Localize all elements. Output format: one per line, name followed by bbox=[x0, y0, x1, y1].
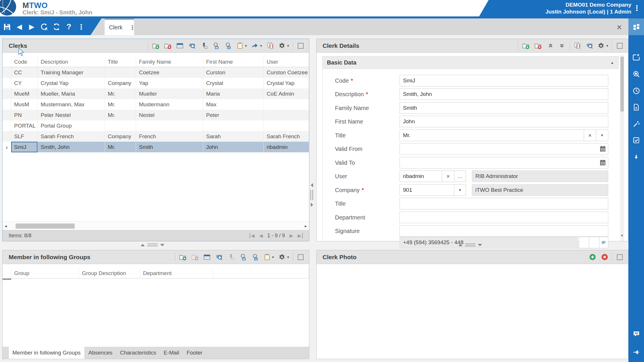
clear-button[interactable]: × bbox=[442, 171, 454, 182]
table-row[interactable]: PNPeter NestelMr.NestelPeter bbox=[3, 110, 309, 120]
maximize-panel-button[interactable] bbox=[295, 41, 307, 51]
prev-page-button[interactable]: ◀ bbox=[259, 233, 263, 238]
dropdown-button[interactable]: ▼ bbox=[454, 185, 466, 196]
row-resize-handle[interactable] bbox=[3, 278, 11, 280]
table-row[interactable]: CYCrystal YapCompanyYapCrystalCrystal Ya… bbox=[3, 78, 309, 88]
copy-format-button[interactable] bbox=[264, 41, 276, 51]
code-input[interactable] bbox=[400, 75, 608, 86]
horizontal-scrollbar[interactable]: ◂ ▸ bbox=[3, 221, 309, 230]
delete-record-button[interactable] bbox=[532, 41, 544, 51]
maximize-panel-button[interactable] bbox=[614, 252, 626, 262]
pin-column-button[interactable] bbox=[198, 41, 210, 51]
grid-view-button[interactable] bbox=[201, 252, 213, 262]
search-icon[interactable] bbox=[628, 66, 644, 82]
collapse-right-icon[interactable] bbox=[311, 203, 313, 207]
scrollbar-thumb[interactable] bbox=[620, 57, 624, 111]
search-preview-button[interactable] bbox=[213, 252, 225, 262]
copy-format-button[interactable] bbox=[571, 41, 583, 51]
apps-grid-icon[interactable] bbox=[628, 18, 644, 35]
tab-menu-icon[interactable]: ⋮ bbox=[126, 24, 139, 31]
splitter-handle[interactable] bbox=[465, 244, 475, 246]
section-collapse-icon[interactable]: ▲ bbox=[610, 60, 618, 65]
new-record-button[interactable] bbox=[150, 41, 162, 51]
valid-from-input[interactable] bbox=[400, 143, 608, 155]
first-name-input[interactable] bbox=[400, 116, 608, 127]
back-button[interactable]: ◀ bbox=[14, 21, 24, 33]
new-record-button[interactable] bbox=[520, 41, 532, 51]
search-preview-button[interactable] bbox=[583, 41, 596, 51]
clear-button[interactable]: × bbox=[584, 130, 596, 141]
tab-clerk[interactable]: Clerk ⋮ bbox=[105, 18, 134, 35]
close-tab-button[interactable]: × bbox=[613, 22, 625, 33]
share-menu-button[interactable]: ▼ bbox=[249, 41, 264, 51]
family-name-input[interactable] bbox=[400, 102, 608, 114]
wizard-wand-icon[interactable] bbox=[628, 116, 644, 132]
settings-menu-button[interactable]: ▼ bbox=[276, 41, 291, 51]
documents-icon[interactable] bbox=[628, 99, 644, 115]
settings-menu-button[interactable]: ▼ bbox=[276, 252, 291, 262]
grid-view-button[interactable] bbox=[174, 41, 186, 51]
splitter-handle[interactable] bbox=[147, 244, 158, 246]
tab-characteristics[interactable]: Characteristics bbox=[116, 347, 160, 359]
title2-input[interactable] bbox=[400, 198, 608, 209]
forward-button[interactable]: ▶ bbox=[27, 21, 37, 33]
favorites-folder-icon[interactable] bbox=[628, 50, 644, 65]
title-input[interactable] bbox=[400, 130, 584, 141]
collapse-down-icon[interactable] bbox=[160, 244, 164, 246]
table-row[interactable]: SLFSarah FrenchCompanyFrenchSarahSarah F… bbox=[3, 131, 309, 142]
vertical-scrollbar[interactable]: ▼ bbox=[620, 55, 624, 241]
tab-email[interactable]: E-Mail bbox=[160, 347, 183, 359]
collapse-up-icon[interactable] bbox=[141, 244, 145, 246]
calendar-button[interactable] bbox=[599, 145, 607, 153]
basic-data-section-header[interactable]: Basic Data ▲ bbox=[322, 56, 619, 69]
clipboard-menu-button[interactable]: ▼ bbox=[261, 252, 276, 262]
phone-button[interactable] bbox=[579, 237, 589, 248]
lookup-button[interactable] bbox=[237, 252, 249, 262]
delete-record-button[interactable] bbox=[162, 41, 174, 51]
search-preview-button[interactable] bbox=[186, 41, 198, 51]
browse-button[interactable]: … bbox=[454, 171, 466, 182]
table-row[interactable]: MueMMueller, MariaMr.MuellerMariaCoE Adm… bbox=[3, 88, 309, 99]
expand-all-button[interactable]: » bbox=[556, 41, 568, 51]
lookup-button[interactable] bbox=[210, 41, 222, 51]
collapse-all-button[interactable]: » bbox=[544, 41, 556, 51]
phone-list-button[interactable] bbox=[599, 237, 608, 248]
collapse-down-icon[interactable] bbox=[478, 244, 482, 246]
scrollbar-thumb[interactable] bbox=[16, 223, 75, 229]
scroll-left-icon[interactable]: ◂ bbox=[3, 222, 9, 230]
dropdown-button[interactable]: ▼ bbox=[596, 130, 608, 141]
add-photo-button[interactable] bbox=[586, 252, 598, 262]
collapse-up-icon[interactable] bbox=[458, 244, 462, 246]
lookup-detail-button[interactable] bbox=[222, 41, 234, 51]
table-row[interactable]: MusMMustermann, MaxMr.MustermannMax bbox=[3, 99, 309, 110]
pin-sidebar-icon[interactable] bbox=[628, 344, 644, 360]
calendar-button[interactable] bbox=[599, 159, 607, 166]
department-input[interactable] bbox=[400, 212, 608, 223]
scroll-right-icon[interactable]: ▸ bbox=[303, 222, 309, 230]
tasks-check-icon[interactable] bbox=[628, 132, 644, 148]
signature-input[interactable] bbox=[400, 225, 608, 237]
download-arrow-icon[interactable] bbox=[628, 149, 644, 165]
comments-chat-icon[interactable] bbox=[628, 326, 644, 342]
user-input[interactable] bbox=[400, 171, 442, 182]
sync-update-button[interactable] bbox=[39, 21, 49, 33]
refresh-button[interactable] bbox=[52, 21, 61, 33]
lookup-detail-button[interactable] bbox=[249, 252, 261, 262]
company-input[interactable] bbox=[400, 185, 454, 196]
clipboard-menu-button[interactable]: ▼ bbox=[234, 41, 249, 51]
tab-footer[interactable]: Footer bbox=[183, 347, 206, 359]
table-row[interactable]: CCTraining ManagerCoetzeeCurstonCurston … bbox=[3, 67, 309, 78]
vertical-splitter[interactable] bbox=[310, 183, 313, 207]
save-button[interactable] bbox=[2, 21, 12, 33]
settings-menu-button[interactable]: ▼ bbox=[596, 41, 611, 51]
header-menu-button[interactable]: ⋮ bbox=[633, 4, 641, 12]
next-page-button[interactable]: ▶ bbox=[289, 233, 293, 238]
groups-table-header[interactable]: Group Group Description Department bbox=[3, 268, 309, 278]
toolbar-menu-button[interactable]: ⋮ bbox=[76, 21, 86, 33]
help-button[interactable]: ? bbox=[64, 21, 74, 33]
new-record-button[interactable] bbox=[177, 252, 189, 262]
last-page-button[interactable]: ▶ bbox=[298, 233, 303, 238]
history-clock-icon[interactable] bbox=[628, 83, 644, 98]
tab-member-groups[interactable]: Member in following Groups bbox=[8, 347, 85, 359]
horizontal-splitter-right[interactable] bbox=[458, 244, 482, 246]
